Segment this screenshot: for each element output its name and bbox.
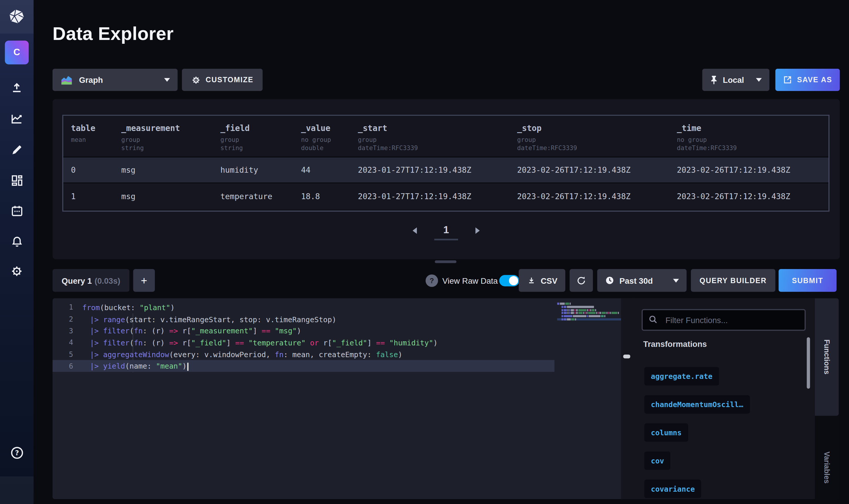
account-avatar[interactable]: C (5, 40, 29, 64)
pane-resize-handle[interactable] (435, 260, 456, 263)
code-line[interactable]: 3|> filter(fn: (r) => r["_measurement"] … (53, 325, 555, 337)
minimap-token (592, 309, 595, 311)
minimap-token (610, 312, 611, 314)
plus-label: + (141, 274, 147, 287)
minimap-token (599, 312, 601, 314)
bell-icon (11, 235, 23, 248)
minimap-token (571, 312, 574, 314)
text-cursor (187, 362, 188, 371)
view-type-dropdown[interactable]: Graph (53, 69, 178, 91)
sidebar-item-help[interactable]: ? (0, 440, 34, 464)
minimap-token (571, 309, 574, 311)
line-number: 6 (53, 362, 80, 371)
table-cell: temperature (220, 192, 301, 201)
code-lines[interactable]: 1from(bucket: "plant")2|> range(start: v… (53, 302, 555, 372)
editor-scrollbar-thumb[interactable] (623, 355, 630, 358)
code-token: fn (134, 327, 143, 335)
current-page[interactable]: 1 (443, 224, 449, 236)
query-tab-time: (0.03s) (95, 276, 121, 285)
gear-icon (191, 75, 201, 85)
code-line[interactable]: 5|> aggregateWindow(every: v.windowPerio… (53, 349, 555, 360)
query-builder-button[interactable]: QUERY BUILDER (691, 269, 776, 292)
table-row: 1msgtemperature18.82023-01-27T17:12:19.4… (64, 184, 828, 210)
table-column-header: _stopgroupdateTime:RFC3339 (517, 116, 677, 156)
minimap[interactable] (557, 303, 621, 321)
csv-label: CSV (541, 276, 557, 285)
minimap-token (570, 303, 571, 305)
minimap-token (569, 309, 570, 311)
next-page-button[interactable] (475, 227, 480, 234)
raw-table-body: 0msghumidity442023-01-27T17:12:19.438Z20… (64, 158, 828, 210)
code-token: ] (367, 338, 376, 347)
sidebar-item-dashboards[interactable] (0, 168, 34, 192)
column-group: mean (71, 136, 121, 144)
column-name: _stop (517, 123, 677, 133)
refresh-button[interactable] (570, 269, 593, 292)
sidebar-item-upload[interactable] (0, 76, 34, 100)
code-line[interactable]: 4|> filter(fn: (r) => r["_field"] == "te… (53, 337, 555, 349)
table-cell: 2023-01-27T17:12:19.438Z (358, 166, 517, 174)
sidebar-item-alerts[interactable] (0, 229, 34, 253)
minimap-token (575, 318, 576, 320)
sidebar-item-tasks[interactable] (0, 199, 34, 222)
code-text: from(bucket: "plant") (80, 303, 175, 312)
chevron-down-icon (164, 78, 170, 82)
code-line[interactable]: 6|> yield(name: "mean") (53, 360, 555, 372)
add-query-button[interactable]: + (133, 269, 155, 292)
toggle-knob (509, 276, 518, 285)
minimap-token (601, 315, 604, 317)
minimap-token (567, 309, 569, 311)
customize-button[interactable]: CUSTOMIZE (182, 69, 263, 91)
prev-page-button[interactable] (413, 227, 417, 234)
table-column-header: _measurementgroupstring (121, 116, 220, 156)
time-range-dropdown[interactable]: Past 30d (597, 269, 687, 292)
minimap-token (589, 309, 590, 311)
save-as-label: SAVE AS (797, 76, 832, 84)
minimap-token (557, 303, 559, 305)
editor-scrollbar[interactable] (621, 299, 632, 499)
view-raw-data-toggle[interactable] (499, 275, 519, 286)
minimap-token (564, 315, 572, 317)
sidebar-item-data-explorer[interactable] (0, 138, 34, 161)
local-dropdown[interactable]: Local (702, 69, 770, 91)
code-token: ) (433, 338, 438, 347)
view-raw-data-label: View Raw Data (442, 276, 498, 285)
csv-download-button[interactable]: CSV (519, 269, 565, 292)
column-name: _value (301, 123, 358, 133)
query-tab[interactable]: Query 1 (0.03s) (53, 269, 129, 292)
table-cell: 18.8 (301, 192, 358, 201)
table-row: 0msghumidity442023-01-27T17:12:19.438Z20… (64, 158, 828, 183)
code-text: |> aggregateWindow(every: v.windowPeriod… (80, 350, 402, 359)
function-item[interactable]: aggregate.rate (644, 367, 719, 385)
code-line[interactable]: 2|> range(start: v.timeRangeStart, stop:… (53, 313, 555, 325)
function-item[interactable]: chandeMomentumOscill… (644, 395, 750, 414)
gear-icon (10, 265, 23, 277)
code-token: ] (253, 327, 261, 335)
line-number: 2 (53, 315, 80, 323)
upload-icon (10, 81, 23, 94)
function-item[interactable]: columns (644, 423, 688, 442)
code-token: fn (275, 350, 284, 359)
sidebar-item-graphs[interactable] (0, 107, 34, 130)
influxdb-logo[interactable] (0, 0, 34, 34)
code-token: filter (103, 327, 129, 335)
save-as-button[interactable]: SAVE AS (775, 69, 839, 91)
table-cell: 2023-02-26T17:12:19.438Z (517, 166, 677, 174)
sidebar-item-settings[interactable] (0, 259, 34, 283)
functions-scrollbar-thumb[interactable] (807, 337, 810, 389)
tab-functions[interactable]: Functions (815, 299, 839, 416)
tab-variables[interactable]: Variables (815, 433, 839, 499)
code-token: false (376, 350, 398, 359)
raw-data-help-icon[interactable]: ? (426, 274, 438, 287)
function-item[interactable]: cov (644, 451, 670, 470)
submit-button[interactable]: SUBMIT (778, 269, 836, 292)
column-name: _start (358, 123, 517, 133)
table-cell: 2023-02-26T17:12:19.438Z (677, 192, 828, 201)
code-token: filter (103, 338, 129, 347)
code-line[interactable]: 1from(bucket: "plant") (53, 302, 555, 313)
minimap-line (557, 306, 621, 308)
minimap-token (576, 312, 578, 314)
code-token: : (r) (143, 338, 169, 347)
function-item[interactable]: covariance (644, 480, 701, 498)
table-cell: 0 (71, 166, 121, 174)
